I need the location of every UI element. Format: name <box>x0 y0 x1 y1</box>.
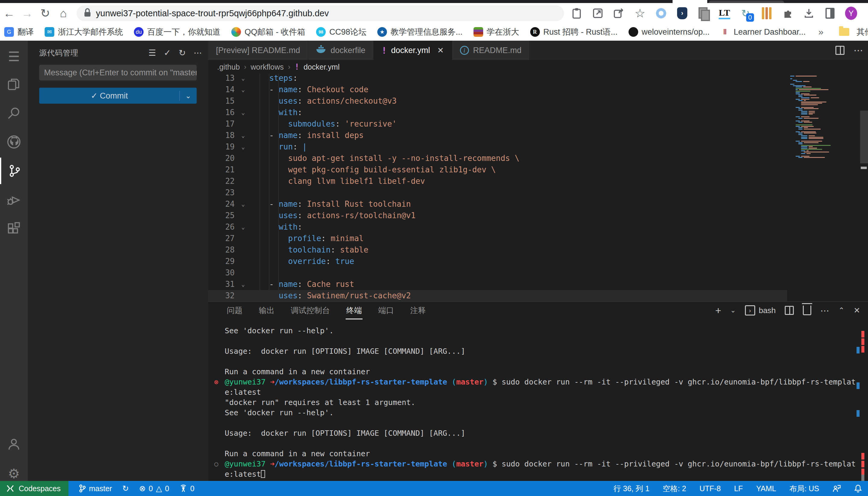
side-panel-icon[interactable] <box>824 7 836 19</box>
extension-sync-icon[interactable]: ↻0 <box>739 7 752 19</box>
fold-chevron-icon[interactable]: ⌄ <box>237 198 249 210</box>
maximize-panel-icon[interactable]: ⌃ <box>838 306 844 314</box>
refresh-icon[interactable]: ↻ <box>179 48 186 58</box>
encoding[interactable]: UTF-8 <box>699 484 721 493</box>
cursor-position[interactable]: 行 36, 列 1 <box>613 484 650 494</box>
branch-indicator[interactable]: master <box>79 484 112 493</box>
fold-chevron-icon[interactable]: ⌄ <box>237 74 249 84</box>
open-in-new-icon[interactable] <box>592 7 604 19</box>
search-icon[interactable] <box>0 100 28 126</box>
tab-readme[interactable]: i README.md <box>452 41 530 60</box>
breadcrumb[interactable]: .github› workflows› ! docker.yml <box>208 60 868 74</box>
scrollbar-slider[interactable] <box>860 111 868 163</box>
tab-docker-yml[interactable]: ! docker.yml ✕ <box>374 41 452 60</box>
panel-tab-问题[interactable]: 问题 <box>226 304 243 317</box>
source-control-icon[interactable] <box>0 158 28 184</box>
code-line[interactable]: 18⌄ - name: install deps <box>208 129 787 141</box>
bookmark-item[interactable]: ★教学管理信息服务... <box>377 27 463 37</box>
forward-button[interactable]: → <box>18 7 36 20</box>
extension-ring-icon[interactable] <box>655 7 667 19</box>
extension-shield-icon[interactable]: › <box>676 7 688 19</box>
code-line[interactable]: 21 wget pkg-config build-essential zlib1… <box>208 164 787 175</box>
downloads-icon[interactable] <box>803 7 815 19</box>
ports-indicator[interactable]: 0 <box>179 484 195 493</box>
code-line[interactable]: 14⌄ - name: Checkout code <box>208 84 787 95</box>
kill-terminal-icon[interactable] <box>803 306 811 315</box>
bookmark-item[interactable]: ✉浙江大学邮件系统 <box>45 27 123 37</box>
terminal-instance[interactable]: › bash <box>745 305 776 315</box>
code-line[interactable]: 22 clang llvm libelf1 libelf-dev <box>208 175 787 187</box>
commit-message-input[interactable]: Message (Ctrl+Enter to commit on "master… <box>39 65 197 80</box>
fold-chevron-icon[interactable]: ⌄ <box>237 141 249 153</box>
sync-indicator[interactable]: ↻ <box>122 484 129 493</box>
commit-button[interactable]: ✓ Commit ⌄ <box>39 88 197 104</box>
editor-scrollbar[interactable] <box>860 74 868 301</box>
run-debug-icon[interactable] <box>0 187 28 213</box>
view-as-list-icon[interactable]: ☰ <box>148 48 156 58</box>
languagetool-icon[interactable]: LT <box>718 7 731 19</box>
code-line[interactable]: 23 <box>208 187 787 198</box>
bookmark-item[interactable]: ‖Learner Dashboar... <box>720 27 806 37</box>
new-terminal-icon[interactable]: + <box>715 305 721 316</box>
panel-tab-调试控制台[interactable]: 调试控制台 <box>290 304 331 317</box>
code-line[interactable]: 24⌄ - name: Install Rust toolchain <box>208 198 787 210</box>
extension-columns-icon[interactable] <box>761 7 773 19</box>
extensions-icon[interactable] <box>0 215 28 242</box>
fold-chevron-icon[interactable]: ⌄ <box>237 278 249 290</box>
menu-hamburger-icon[interactable]: ☰ <box>0 43 28 69</box>
fold-chevron-icon[interactable]: ⌄ <box>237 129 249 141</box>
account-icon[interactable] <box>0 431 28 458</box>
menu-kebab-icon[interactable]: ⋮ <box>866 7 868 19</box>
code-line[interactable]: 19⌄ run: | <box>208 141 787 153</box>
bookmark-item[interactable]: weloveinterns/op... <box>629 27 710 37</box>
more-actions-icon[interactable]: ⋯ <box>194 48 202 58</box>
code-line[interactable]: 17 submodules: 'recursive' <box>208 118 787 129</box>
bookmark-item[interactable]: G翻译 <box>4 27 34 37</box>
bookmarks-overflow-chevron[interactable]: » <box>818 27 823 37</box>
bookmark-item[interactable]: RRust 招聘 - Rust语... <box>530 27 618 37</box>
code-line[interactable]: 27 profile: minimal <box>208 233 787 244</box>
panel-tab-输出[interactable]: 输出 <box>258 304 275 317</box>
code-line[interactable]: 29 override: true <box>208 255 787 267</box>
reload-button[interactable]: ↻ <box>36 6 54 20</box>
tab-dockerfile[interactable]: dockerfile <box>308 41 374 60</box>
bookmark-item[interactable]: 98CC98论坛 <box>316 27 366 37</box>
panel-tab-端口[interactable]: 端口 <box>378 304 394 317</box>
panel-more-actions-icon[interactable]: ⋯ <box>820 305 829 316</box>
commit-dropdown-chevron[interactable]: ⌄ <box>180 92 197 100</box>
eol[interactable]: LF <box>734 484 743 493</box>
back-button[interactable]: ← <box>0 7 18 20</box>
explorer-icon[interactable] <box>0 71 28 97</box>
panel-tab-注释[interactable]: 注释 <box>409 304 426 317</box>
other-bookmarks[interactable]: 其他书签 <box>839 27 868 37</box>
code-line[interactable]: 16⌄ with: <box>208 107 787 118</box>
profile-avatar[interactable]: Y <box>845 7 857 19</box>
fold-chevron-icon[interactable]: ⌄ <box>237 84 249 95</box>
code-line[interactable]: 25 uses: actions-rs/toolchain@v1 <box>208 210 787 221</box>
problems-indicator[interactable]: ⊗0 △0 <box>139 484 169 493</box>
bookmark-star-icon[interactable]: ☆ <box>634 7 646 19</box>
github-icon[interactable] <box>0 129 28 155</box>
code-editor[interactable]: 13⌄ steps:14⌄ - name: Checkout code15 us… <box>208 74 868 301</box>
code-line[interactable]: 28 toolchain: stable <box>208 244 787 255</box>
keyboard-layout[interactable]: 布局: US <box>789 484 819 494</box>
fold-chevron-icon[interactable]: ⌄ <box>237 107 249 118</box>
code-line[interactable]: 13⌄ steps: <box>208 74 787 84</box>
editor-more-actions-icon[interactable]: ⋯ <box>854 45 863 56</box>
split-terminal-icon[interactable] <box>785 306 794 315</box>
bookmark-item[interactable]: 学在浙大 <box>474 27 519 37</box>
bookmark-item[interactable]: QQ邮箱 - 收件箱 <box>231 27 305 37</box>
code-line[interactable]: 30 <box>208 267 787 278</box>
terminal-dropdown-chevron[interactable]: ⌄ <box>730 307 736 314</box>
code-line[interactable]: 15 uses: actions/checkout@v3 <box>208 95 787 107</box>
extension-pages-icon[interactable] <box>697 7 709 19</box>
feedback-icon[interactable] <box>833 484 841 493</box>
terminal-output[interactable]: See 'docker run --help'.Usage: docker ru… <box>225 326 856 479</box>
commit-check-icon[interactable]: ✓ <box>164 48 171 58</box>
code-line[interactable]: 20 sudo apt-get install -y --no-install-… <box>208 153 787 164</box>
home-button[interactable]: ⌂ <box>54 7 72 20</box>
fold-chevron-icon[interactable]: ⌄ <box>237 221 249 233</box>
remote-indicator[interactable]: Codespaces <box>0 481 69 496</box>
panel-tab-终端[interactable]: 终端 <box>346 304 362 317</box>
close-panel-icon[interactable]: ✕ <box>854 306 860 315</box>
